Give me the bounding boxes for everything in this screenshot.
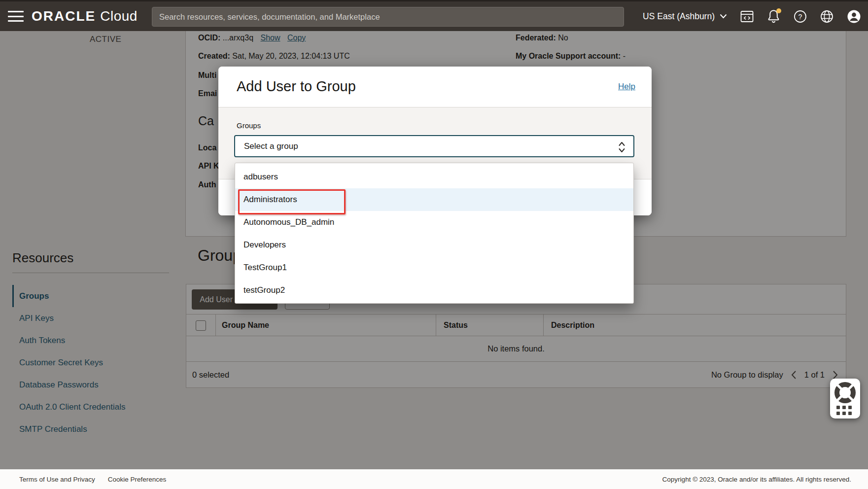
language-globe-icon[interactable] <box>820 10 833 23</box>
life-ring-icon <box>834 382 856 406</box>
copyright-text: Copyright © 2023, Oracle and/or its affi… <box>662 469 851 489</box>
page-footer: Terms of Use and Privacy Cookie Preferen… <box>0 469 868 489</box>
region-selector[interactable]: US East (Ashburn) <box>643 11 727 22</box>
terms-link[interactable]: Terms of Use and Privacy <box>19 476 95 483</box>
chevron-down-icon <box>720 14 727 19</box>
help-link[interactable]: Help <box>618 82 635 92</box>
user-avatar-icon[interactable] <box>847 9 861 24</box>
footer-links: Terms of Use and Privacy Cookie Preferen… <box>19 469 166 489</box>
dropdown-option-testgroup1[interactable]: TestGroup1 <box>235 256 633 279</box>
select-spinner-icon <box>618 141 625 155</box>
group-dropdown-list: adbusers Administrators Autonomous_DB_ad… <box>235 163 634 304</box>
group-select-value: Select a group <box>244 141 298 151</box>
cookie-preferences-link[interactable]: Cookie Preferences <box>108 476 167 483</box>
dropdown-option-developers[interactable]: Developers <box>235 234 633 256</box>
topbar-right-cluster: US East (Ashburn) ? <box>643 1 861 31</box>
svg-text:?: ? <box>799 12 802 20</box>
modal-title: Add User to Group <box>237 78 356 95</box>
oracle-cloud-logo[interactable]: ORACLE Cloud <box>32 1 138 31</box>
search-input[interactable] <box>152 7 624 27</box>
help-icon[interactable]: ? <box>794 10 807 23</box>
menu-icon[interactable] <box>8 11 24 22</box>
logo-cloud-text: Cloud <box>100 8 138 24</box>
dropdown-option-adbusers[interactable]: adbusers <box>235 166 633 188</box>
top-navigation-bar: ORACLE Cloud US East (Ashburn) ? <box>0 0 868 31</box>
help-launcher-widget[interactable] <box>830 379 860 419</box>
app-grid-icon <box>836 406 852 415</box>
cloud-shell-icon[interactable] <box>740 10 754 23</box>
logo-oracle-text: ORACLE <box>32 8 96 24</box>
notification-badge <box>776 8 781 13</box>
dropdown-option-administrators[interactable]: Administrators <box>235 188 633 211</box>
modal-header: Add User to Group Help <box>218 67 652 107</box>
group-select[interactable]: Select a group <box>234 135 634 157</box>
notifications-bell-icon[interactable] <box>767 9 780 23</box>
dropdown-option-autonomous-db-admin[interactable]: Autonomous_DB_admin <box>235 211 633 234</box>
oracle-cloud-console: ACTIVE OCID: ...arxq3q Show Copy Federat… <box>0 0 868 489</box>
region-label: US East (Ashburn) <box>643 11 715 22</box>
groups-field-label: Groups <box>237 121 261 130</box>
dropdown-option-testgroup2[interactable]: testGroup2 <box>235 279 633 302</box>
